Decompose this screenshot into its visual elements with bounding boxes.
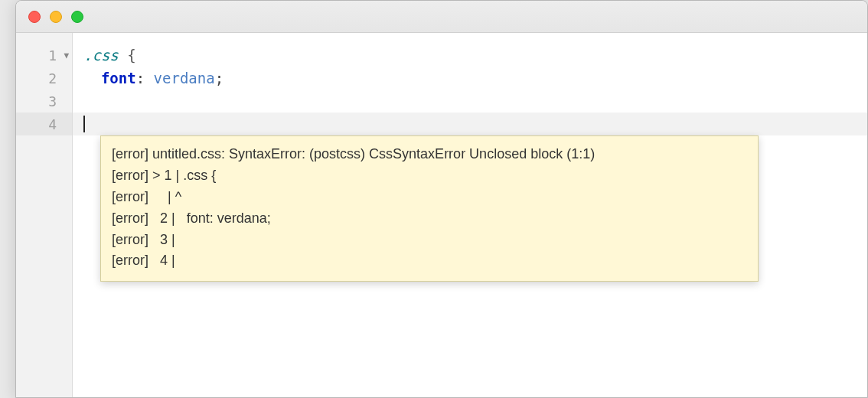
gutter[interactable]: 1▼234	[16, 33, 73, 397]
tooltip-line: [error] | ^	[112, 187, 747, 208]
token-punct: :	[136, 70, 145, 86]
gutter-line[interactable]: 4	[16, 113, 72, 135]
editor-window: 1▼234 .css { font: verdana; [error] unti…	[15, 0, 868, 398]
tooltip-line: [error] 4 |	[112, 250, 747, 272]
token-space	[119, 47, 127, 64]
maximize-icon[interactable]	[71, 11, 83, 23]
line-number: 4	[48, 116, 57, 132]
gutter-line[interactable]: 1▼	[16, 44, 72, 67]
close-icon[interactable]	[28, 11, 41, 23]
editor-area: 1▼234 .css { font: verdana; [error] unti…	[16, 33, 867, 397]
tooltip-line: [error] 2 | font: verdana;	[112, 208, 747, 230]
token-space	[83, 70, 101, 86]
token-brace: {	[127, 47, 135, 64]
code-line[interactable]	[73, 113, 867, 135]
text-cursor	[83, 116, 85, 132]
line-number: 1	[48, 47, 57, 64]
gutter-line[interactable]: 3	[16, 90, 72, 113]
token-property: font	[101, 70, 136, 86]
tooltip-line: [error] untitled.css: SyntaxError: (post…	[112, 144, 747, 165]
error-tooltip: [error] untitled.css: SyntaxError: (post…	[100, 135, 759, 282]
code-line[interactable]: font: verdana;	[73, 67, 867, 90]
token-selector: .css	[83, 47, 119, 64]
tooltip-line: [error] > 1 | .css {	[112, 165, 747, 187]
code-area[interactable]: .css { font: verdana; [error] untitled.c…	[73, 33, 867, 397]
token-space	[145, 70, 153, 86]
minimize-icon[interactable]	[50, 11, 62, 23]
fold-icon[interactable]: ▼	[64, 51, 69, 60]
token-punct: ;	[215, 70, 224, 86]
token-value: verdana	[154, 70, 215, 86]
line-number: 2	[48, 70, 57, 86]
tooltip-line: [error] 3 |	[112, 230, 747, 251]
line-number: 3	[48, 93, 57, 109]
code-line[interactable]	[73, 90, 867, 113]
gutter-line[interactable]: 2	[16, 67, 72, 90]
code-line[interactable]: .css {	[73, 44, 867, 67]
titlebar[interactable]	[16, 1, 867, 33]
